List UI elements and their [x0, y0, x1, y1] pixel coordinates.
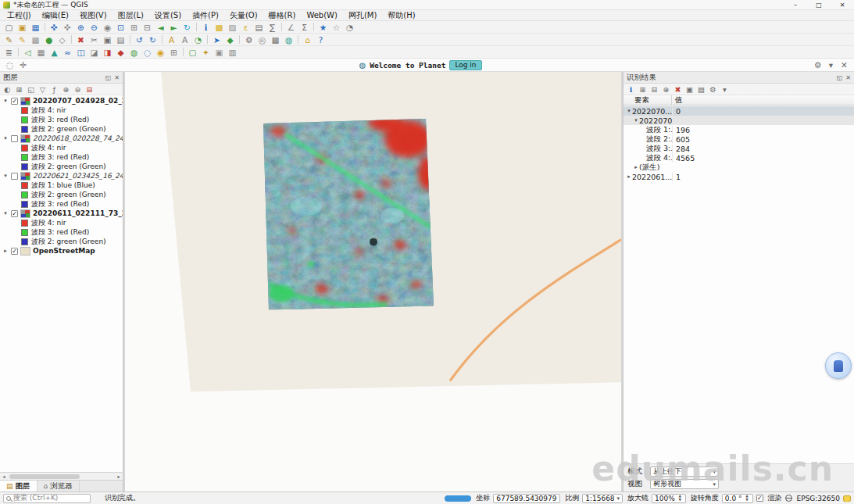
locator-search-input[interactable]: 搜索 (Ctrl+K)	[3, 494, 91, 503]
identify-row[interactable]: 波段 4:...4565	[624, 153, 854, 163]
label-options-icon[interactable]: A	[178, 34, 191, 45]
minimize-button[interactable]: –	[784, 0, 807, 10]
statistics-icon[interactable]: Σ	[298, 22, 311, 33]
mode-select[interactable]: 从上往下 ▾	[650, 466, 719, 477]
zoom-full-icon[interactable]: ⊡	[114, 22, 127, 33]
layers-horizontal-scrollbar[interactable]: ◂ ▸	[0, 472, 123, 480]
layer-node[interactable]: ▸✓OpenStreetMap	[0, 246, 123, 256]
add-delimited-text-icon[interactable]: ≈	[61, 47, 74, 58]
layer-visibility-checkbox[interactable]: ✓	[11, 210, 18, 217]
band-item[interactable]: 波段 3: red (Red)	[0, 152, 123, 162]
layer-node[interactable]: ▾20220618_020228_74_245c	[0, 134, 123, 143]
plugin-manager-icon[interactable]: ◆	[223, 34, 237, 45]
layer-node[interactable]: ▾✓20220611_022111_73_2262	[0, 209, 123, 218]
open-project-icon[interactable]: ▣	[16, 22, 29, 33]
notification-close-icon[interactable]: ✕	[838, 59, 851, 70]
new-project-icon[interactable]: ▢	[2, 22, 16, 33]
menu-item-5[interactable]: 设置(S)	[149, 10, 187, 21]
copy-features-icon[interactable]: ▣	[101, 34, 114, 45]
auto-expand-icon[interactable]: ⊕	[660, 84, 672, 95]
scrollbar-thumb[interactable]	[9, 474, 80, 479]
panel-tab-layers[interactable]: ▤图层	[0, 481, 38, 491]
current-edits-icon[interactable]: ✎	[2, 34, 16, 45]
cut-features-icon[interactable]: ✂	[88, 34, 101, 45]
menu-item-7[interactable]: 矢量(O)	[224, 10, 263, 21]
scroll-left-icon[interactable]: ◂	[0, 474, 8, 479]
expander-icon[interactable]: ▸	[2, 248, 9, 254]
menu-item-8[interactable]: 栅格(R)	[263, 10, 302, 21]
band-item[interactable]: 波段 2: green (Green)	[0, 190, 123, 199]
identify-row[interactable]: 波段 3:...284	[624, 144, 854, 153]
print-results-icon[interactable]: ▤	[695, 84, 707, 95]
python-console-icon[interactable]: ➤	[210, 34, 223, 45]
notification-collapse-icon[interactable]: ▾	[824, 59, 838, 70]
expand-all-icon[interactable]: ⊕	[60, 84, 72, 95]
add-raster-layer-icon[interactable]: ▦	[34, 47, 48, 58]
new-virtual-layer-icon[interactable]: ▣	[213, 47, 226, 58]
panel-close-icon[interactable]: ✕	[845, 74, 851, 81]
identify-row[interactable]: ▸2022061...1	[624, 172, 854, 181]
diagram-options-icon[interactable]: ◔	[191, 34, 205, 45]
add-oracle-icon[interactable]: ◆	[114, 47, 127, 58]
band-item[interactable]: 波段 2: green (Green)	[0, 162, 123, 171]
close-button[interactable]: ✕	[831, 0, 854, 10]
band-item[interactable]: 波段 3: red (Red)	[0, 199, 123, 209]
show-bookmarks-icon[interactable]: ☆	[330, 22, 343, 33]
expander-icon[interactable]: ▾	[2, 135, 9, 141]
login-button[interactable]: Log in	[449, 60, 481, 70]
add-feature-icon[interactable]: ●	[42, 34, 55, 45]
crs-status[interactable]: EPSG:32650	[797, 495, 840, 502]
add-wms-icon[interactable]: ◍	[127, 47, 141, 58]
measure-icon[interactable]: ∠	[284, 22, 298, 33]
add-xyz-icon[interactable]: ⊞	[167, 47, 180, 58]
collapse-tree-icon[interactable]: ⊟	[649, 84, 660, 95]
identify-settings-icon[interactable]: ⚙	[707, 84, 719, 95]
expander-icon[interactable]: ▾	[2, 173, 9, 179]
search-tool-icon[interactable]: ◌	[3, 59, 16, 70]
identify-row[interactable]: 波段 2:...605	[624, 134, 854, 144]
zoom-to-selection-icon[interactable]: ⊞	[127, 22, 141, 33]
band-item[interactable]: 波段 1: blue (Blue)	[0, 181, 123, 190]
menu-item-9[interactable]: Web(W)	[301, 10, 343, 21]
temporal-control-icon[interactable]: ◔	[343, 22, 356, 33]
add-spatialite-icon[interactable]: ◪	[88, 47, 101, 58]
zoom-to-layer-icon[interactable]: ⊟	[141, 22, 154, 33]
expander-icon[interactable]: ▾	[633, 117, 639, 123]
menu-item-11[interactable]: 帮助(H)	[382, 10, 420, 21]
view-select[interactable]: 树形视图 ▾	[650, 479, 719, 489]
layer-visibility-checkbox[interactable]	[11, 173, 18, 180]
add-wcs-icon[interactable]: ◌	[141, 47, 154, 58]
expander-icon[interactable]: ▸	[626, 173, 632, 180]
layer-visibility-checkbox[interactable]: ✓	[11, 98, 18, 105]
band-item[interactable]: 波段 2: green (Green)	[0, 124, 123, 134]
band-item[interactable]: 波段 2: green (Green)	[0, 237, 123, 246]
spin-arrows-icon[interactable]: ▲▼	[677, 495, 683, 502]
add-vector-layer-icon[interactable]: ◁	[21, 47, 34, 58]
notification-settings-icon[interactable]: ⚙	[811, 59, 824, 70]
band-item[interactable]: 波段 4: nir	[0, 143, 123, 152]
expander-icon[interactable]: ▾	[2, 98, 9, 104]
identify-options-chevron-icon[interactable]: ▾	[719, 84, 731, 95]
zoom-last-icon[interactable]: ◄	[154, 22, 167, 33]
menu-item-6[interactable]: 插件(P)	[187, 10, 224, 21]
add-wfs-icon[interactable]: ◉	[154, 47, 167, 58]
maximize-button[interactable]: □	[807, 0, 831, 10]
scroll-right-icon[interactable]: ▸	[115, 474, 123, 479]
collapse-all-icon[interactable]: ⊖	[72, 84, 84, 95]
field-calculator-icon[interactable]: ∑	[266, 22, 279, 33]
expander-icon[interactable]: ▾	[626, 108, 632, 114]
layer-styling-icon[interactable]: ◐	[2, 84, 13, 95]
menu-item-3[interactable]: 视图(V)	[74, 10, 113, 21]
remove-layer-icon[interactable]: ⊟	[84, 84, 95, 95]
spin-arrows-icon[interactable]: ▲▼	[745, 495, 750, 502]
layer-node[interactable]: ▾✓20220707_024928_02_2254	[0, 96, 123, 105]
zoom-next-icon[interactable]: ►	[167, 22, 180, 33]
street-view-icon[interactable]: ⌂	[301, 34, 314, 45]
filter-legend-icon[interactable]: ▽	[37, 84, 48, 95]
new-shapefile-icon[interactable]: ✦	[199, 47, 213, 58]
band-item[interactable]: 波段 3: red (Red)	[0, 115, 123, 124]
georeferencer-icon[interactable]: ◎	[255, 34, 269, 45]
identify-mode-icon[interactable]: ℹ	[625, 84, 637, 95]
menu-item-10[interactable]: 网孔(M)	[343, 10, 382, 21]
expand-tree-icon[interactable]: ⊞	[637, 84, 649, 95]
